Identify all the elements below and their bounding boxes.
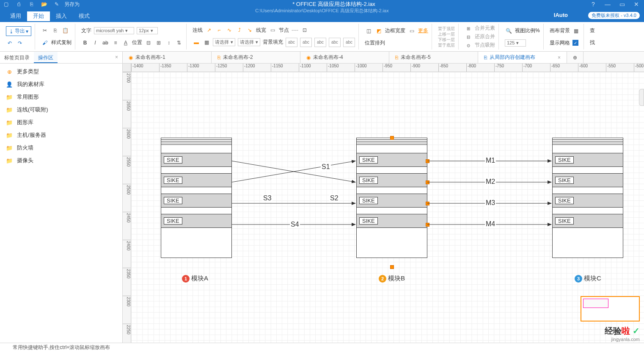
sidebar-item-4[interactable]: 📁图形库 (0, 116, 122, 129)
strike-icon[interactable]: ab (102, 39, 109, 47)
start-arrow-select[interactable]: 请选择 ▾ (213, 38, 235, 46)
linecolor-icon[interactable]: ▬ (193, 39, 200, 46)
rotate-icon[interactable]: ↕ (165, 39, 173, 47)
sidebar-item-6[interactable]: 📁防火墙 (0, 141, 122, 154)
ruler-vertical: 2700265026002550250024502400235023002250… (123, 72, 131, 343)
merge-icon[interactable]: ⊞ (465, 25, 472, 32)
sidebar-item-0[interactable]: ⊕更多类型 (0, 65, 122, 78)
line-type1-icon[interactable]: ↗ (205, 26, 213, 34)
minimap[interactable] (581, 296, 640, 322)
italic-icon[interactable]: I (91, 39, 99, 47)
sidebar-tab-toc[interactable]: 标签页目录 (0, 52, 34, 63)
minimize-icon[interactable]: ― (603, 0, 613, 8)
fontcolor-icon[interactable]: A (122, 39, 129, 47)
window-title: * OFFICE 高级应用总体结构-2.iax (80, 0, 588, 8)
line-type4-icon[interactable]: ⤴ (236, 26, 243, 34)
module-b[interactable]: SIKE SIKE SIKE SIKE (356, 138, 427, 258)
more-link[interactable]: 更多 (418, 27, 428, 34)
new-icon[interactable]: ▢ (3, 1, 9, 8)
abc1[interactable]: abc (286, 38, 297, 47)
sidebar-item-3[interactable]: 📁连线(可吸附) (0, 103, 122, 116)
grid-checkbox[interactable]: ✓ (572, 40, 578, 46)
shape2-icon[interactable]: ◩ (375, 27, 383, 35)
copy-icon2[interactable]: ⎘ (51, 27, 59, 34)
fontsize-select[interactable]: 12px ▾ (137, 27, 158, 34)
module-c[interactable]: SIKE SIKE SIKE SIKE (552, 138, 623, 258)
side-handle[interactable] (639, 89, 644, 106)
end-arrow-select[interactable]: 请选择 ▾ (238, 38, 260, 46)
open-icon[interactable]: 📂 (41, 1, 47, 8)
linewidth-icon[interactable]: ▭ (269, 26, 276, 34)
sidebar-tab-ops[interactable]: 操作区 (34, 52, 58, 63)
tab-close-icon[interactable]: × (558, 55, 561, 61)
handle-bottom[interactable] (390, 265, 394, 269)
sidebar-item-2[interactable]: 📁常用图形 (0, 91, 122, 103)
maximize-icon[interactable]: ▭ (617, 0, 627, 8)
menu-tab-insert[interactable]: 插入 (50, 11, 73, 21)
posalign-label[interactable]: 位置排列 (365, 39, 385, 47)
brush-icon[interactable]: 🖌 (41, 39, 49, 47)
copy-icon[interactable]: ⎘ (28, 1, 35, 8)
shape-icon[interactable]: ◫ (365, 27, 372, 35)
handle-r1[interactable] (426, 159, 429, 163)
node-value[interactable]: ---- (292, 27, 298, 33)
align-icon[interactable]: ≡ (112, 39, 119, 47)
canvas-tab-2[interactable]: ◉未命名画布-4 (300, 52, 389, 63)
handle-r4[interactable] (426, 223, 429, 227)
handle-r2[interactable] (426, 180, 429, 184)
unmerge-icon[interactable]: ⊟ (465, 33, 472, 41)
bold-icon[interactable]: B (81, 39, 89, 47)
find-label1[interactable]: 查 (590, 27, 595, 34)
valign-icon[interactable]: ⊟ (145, 39, 152, 47)
position-label[interactable]: 位置 (132, 39, 142, 46)
abc5[interactable]: abc (343, 38, 355, 47)
sidebar-item-5[interactable]: 📁主机/服务器 (0, 129, 122, 141)
abc3[interactable]: abc (314, 38, 326, 47)
license-pill[interactable]: 免费版未授权 - v3.4.0 (588, 12, 640, 19)
save-as-button[interactable]: 另存为 (64, 1, 80, 8)
zoom-select[interactable]: 125 ▾ (505, 39, 526, 47)
add-tab-button[interactable]: ⊕ (567, 52, 583, 63)
cut-icon[interactable]: ✂ (41, 27, 49, 34)
handle-top[interactable] (390, 136, 394, 140)
find-label2[interactable]: 找 (590, 39, 595, 46)
abc4[interactable]: abc (329, 38, 341, 47)
snap-icon[interactable]: ⊙ (465, 42, 472, 49)
redo-icon[interactable]: ↷ (16, 39, 24, 47)
canvas-tab-3[interactable]: ⎘未命名画布-5 (389, 52, 478, 63)
module-a[interactable]: SIKE SIKE SIKE SIKE (161, 138, 232, 258)
close-icon[interactable]: ✕ (631, 0, 641, 8)
sidebar-item-1[interactable]: 👤我的素材库 (0, 78, 122, 91)
bg-picker-icon[interactable]: ▦ (572, 27, 580, 35)
format-copy-label[interactable]: 样式复制 (51, 39, 72, 46)
canvas-tab-0[interactable]: ◉未命名画布-1 (123, 52, 212, 63)
save-icon[interactable]: ⎙ (15, 1, 22, 8)
halign-icon[interactable]: ⊞ (155, 39, 162, 47)
borderw-icon[interactable]: ▭ (408, 27, 416, 35)
zoom-label: 视图比例% (515, 27, 540, 34)
paste-icon[interactable]: 📋 (61, 27, 69, 34)
menu-tab-start[interactable]: 开始 (27, 11, 50, 21)
sidebar-close-icon[interactable]: × (111, 52, 122, 63)
canvas-tab-1[interactable]: ⎘未命名画布-2 (212, 52, 300, 63)
text-label: 文字 (81, 27, 91, 34)
font-select[interactable]: microsoft yah ▾ (94, 27, 134, 34)
abc2[interactable]: abc (300, 38, 312, 47)
export-button[interactable]: ⭳ 导出 ▾ (6, 26, 31, 36)
sidebar-item-7[interactable]: 📁摄像头 (0, 154, 122, 167)
canvas[interactable]: SIKE SIKE SIKE SIKE 1模块A SIKE SIKE (131, 72, 644, 343)
line-type5-icon[interactable]: ↘ (246, 26, 253, 34)
linestyle-icon[interactable]: ▦ (203, 39, 210, 46)
menu-tab-mode[interactable]: 模式 (73, 11, 96, 21)
flip-icon[interactable]: ⇅ (175, 39, 183, 47)
line-type2-icon[interactable]: ⌐ (215, 26, 223, 34)
edit-icon[interactable]: ✎ (53, 1, 60, 8)
node-edit-icon[interactable]: ⊡ (301, 26, 308, 34)
canvas-tab-4[interactable]: ⎘从局部内容创建画布× (478, 52, 567, 63)
help-icon[interactable]: ? (588, 0, 598, 8)
handle-r3[interactable] (426, 202, 429, 205)
layer-controls[interactable]: 置于顶层 上移一层 下移一层 置于底层 (438, 26, 455, 47)
menu-tab-general[interactable]: 通用 (4, 11, 27, 21)
undo-icon[interactable]: ↶ (6, 39, 14, 47)
line-type3-icon[interactable]: ∿ (226, 26, 233, 34)
